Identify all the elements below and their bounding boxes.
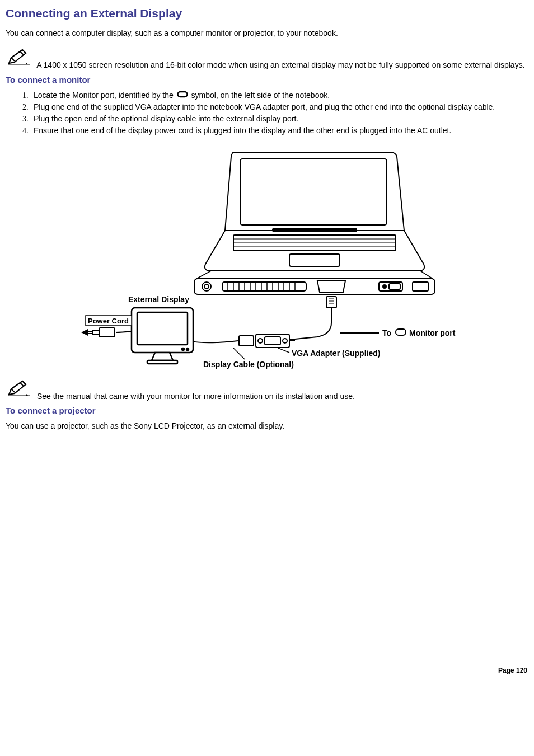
svg-point-10 (204, 284, 209, 289)
page-title: Connecting an External Display (6, 7, 528, 20)
svg-rect-40 (239, 336, 254, 346)
svg-rect-6 (289, 254, 340, 266)
fig-label-monitor-port: Monitor port (409, 328, 456, 337)
projector-paragraph: You can use a projector, such as the Son… (6, 421, 528, 431)
svg-rect-47 (92, 330, 99, 335)
svg-point-37 (258, 339, 263, 343)
steps-list: Locate the Monitor port, identified by t… (6, 90, 528, 137)
note-manual: See the manual that came with your monit… (6, 379, 528, 402)
svg-rect-11 (222, 282, 306, 291)
fig-label-vga-adapter: VGA Adapter (Supplied) (292, 349, 380, 358)
fig-label-power-cord: Power Cord (88, 317, 129, 325)
svg-rect-31 (326, 297, 336, 308)
page-number: Page 120 (6, 666, 528, 674)
step-1-text-a: Locate the Monitor port, identified by t… (34, 91, 176, 100)
step-1-text-b: symbol, on the left side of the notebook… (191, 91, 330, 100)
svg-line-29 (196, 271, 211, 279)
step-3: Plug the open end of the optional displa… (30, 114, 528, 124)
heading-connect-monitor: To connect a monitor (6, 75, 528, 84)
step-2: Plug one end of the supplied VGA adapter… (30, 102, 528, 112)
monitor-port-icon (177, 91, 188, 101)
svg-point-26 (383, 285, 386, 288)
svg-rect-28 (413, 282, 428, 291)
svg-rect-43 (147, 360, 177, 364)
note-resolution-text: A 1400 x 1050 screen resolution and 16-b… (36, 60, 524, 69)
figure-external-display: External Display Power Cord To Monitor p… (6, 147, 528, 372)
svg-point-44 (186, 348, 189, 350)
intro-paragraph: You can connect a computer display, such… (6, 28, 528, 39)
svg-rect-46 (99, 328, 115, 337)
svg-rect-27 (389, 284, 400, 289)
svg-line-30 (420, 271, 433, 279)
pencil-note-icon (6, 379, 32, 401)
fig-label-display-cable: Display Cable (Optional) (203, 360, 294, 369)
svg-point-45 (182, 348, 184, 350)
svg-text:To: To (382, 328, 391, 337)
step-1: Locate the Monitor port, identified by t… (30, 90, 528, 101)
pencil-note-icon (6, 48, 32, 69)
svg-point-38 (283, 339, 287, 343)
svg-line-54 (278, 348, 289, 353)
fig-label-to: To (382, 328, 391, 337)
svg-rect-39 (265, 337, 280, 345)
svg-rect-7 (273, 228, 357, 232)
svg-rect-1 (240, 159, 387, 225)
svg-rect-53 (396, 329, 406, 335)
svg-rect-0 (177, 92, 187, 97)
note-resolution: A 1400 x 1050 screen resolution and 16-b… (6, 48, 528, 71)
svg-rect-42 (137, 312, 188, 345)
step-4: Ensure that one end of the display power… (30, 125, 528, 136)
heading-connect-projector: To connect a projector (6, 406, 528, 415)
fig-label-external-display: External Display (128, 295, 189, 304)
note-manual-text: See the manual that came with your monit… (37, 392, 355, 401)
svg-line-55 (233, 348, 245, 359)
